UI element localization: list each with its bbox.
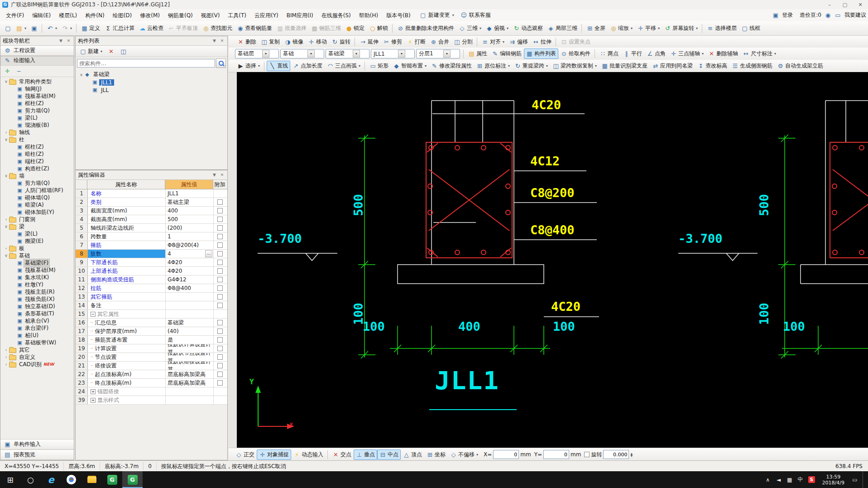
toolbar-item[interactable]: JLL1 ▾ ▾ bbox=[371, 49, 415, 58]
property-row[interactable]: 20 节点设置 按默认节点设置计算 ... bbox=[76, 353, 227, 362]
property-row[interactable]: 2 类别 基础主梁 ... bbox=[76, 198, 227, 207]
toolbar-button[interactable]: ◑ 镜像 ▾ bbox=[282, 37, 306, 47]
tree-item[interactable]: ▣ 人防门框墙(RF) bbox=[0, 187, 74, 194]
property-row[interactable]: 13 其它箍筋 ... bbox=[76, 293, 227, 301]
menu-extra-button[interactable]: ☺ 联系客服 ▾ bbox=[458, 11, 493, 19]
property-value[interactable]: 层底标高加梁高 ... bbox=[166, 379, 214, 387]
property-row[interactable]: 5 轴线距梁左边线距 (200) ... bbox=[76, 224, 227, 232]
toolbar-button[interactable]: ▾ bbox=[581, 24, 582, 33]
toolbar-button[interactable]: ↶ ▾ bbox=[44, 24, 59, 33]
tree-expander-icon[interactable]: ∨ bbox=[3, 79, 9, 84]
attach-checkbox[interactable] bbox=[217, 199, 223, 205]
login-button[interactable]: 登录 bbox=[782, 11, 793, 19]
tree-item[interactable]: ▣ 框柱(Z) bbox=[0, 100, 74, 107]
property-row[interactable]: 3 截面宽度(mm) 400 ... bbox=[76, 207, 227, 215]
tree-item[interactable]: ▣ 剪力墙(Q) bbox=[0, 107, 74, 114]
component-tree-item[interactable]: ∨ ◆ 基础梁 bbox=[76, 71, 227, 78]
snap-toggle-button[interactable]: ▾ bbox=[327, 450, 328, 459]
toolbar-button[interactable]: ◠ 三点画弧 ▾ bbox=[325, 61, 363, 71]
tree-item[interactable]: ▣ 端柱(Z) bbox=[0, 158, 74, 165]
tree-item[interactable]: › ▣ 门窗洞 bbox=[0, 216, 74, 223]
property-row[interactable]: 18 箍筋贯通布置 是 ... bbox=[76, 336, 227, 344]
tree-expander-icon[interactable]: › bbox=[3, 130, 9, 135]
tree-item[interactable]: ▣ 承台梁(F) bbox=[0, 324, 74, 332]
close-icon[interactable]: ✕ bbox=[219, 173, 225, 177]
toolbar-button[interactable]: ▾ bbox=[264, 61, 265, 71]
toolbar-button[interactable]: ⌐ 平齐板顶 ▾ bbox=[166, 23, 200, 34]
toolbar-item[interactable]: ▾ ⊙ 拾取构件 ▾ bbox=[558, 48, 593, 59]
menu-item[interactable]: 编辑(E) bbox=[28, 10, 55, 20]
tree-item[interactable]: ▣ 暗柱(Z) bbox=[0, 150, 74, 158]
attach-checkbox[interactable] bbox=[217, 346, 223, 351]
toolbar-button[interactable]: ✂ 修剪 ▾ bbox=[381, 37, 404, 47]
taskbar-app-button[interactable]: G bbox=[122, 471, 143, 488]
property-row[interactable]: 1 名称 JLL1 ... bbox=[76, 189, 227, 198]
toolbar-button[interactable]: ▶ 选择 ▾ bbox=[235, 61, 262, 71]
property-row[interactable]: 23 终点顶标高(m) 层底标高加梁高 ... bbox=[76, 379, 227, 387]
bell-icon[interactable]: ◉ bbox=[825, 12, 831, 18]
x-offset-input[interactable] bbox=[493, 450, 519, 459]
toolbar-button[interactable]: ◫ 分割 ▾ bbox=[451, 37, 475, 47]
toolbar-button[interactable]: ▾ bbox=[76, 24, 77, 33]
attach-checkbox[interactable] bbox=[217, 363, 223, 368]
tree-expander-icon[interactable]: ∨ bbox=[3, 224, 9, 229]
snap-toggle-button[interactable]: ✕ 交点 ▾ bbox=[330, 449, 354, 460]
property-row[interactable]: 10 上部通长筋 4Φ20 ... bbox=[76, 267, 227, 275]
toolbar-button[interactable]: ◎ 缩放 ▾ bbox=[608, 23, 635, 34]
toolbar-item[interactable]: ▾ ▦ 构件列表 ▾ bbox=[524, 48, 558, 59]
spinner-icons[interactable]: ▲▼ bbox=[630, 452, 633, 457]
toolbar-button[interactable]: ╲ 直线 ▾ bbox=[267, 61, 290, 71]
tree-item[interactable]: ▣ 轴网(J) bbox=[0, 85, 74, 92]
group-toggle-icon[interactable]: + bbox=[91, 389, 96, 394]
tree-item[interactable]: ▣ 构造柱(Z) bbox=[0, 165, 74, 172]
notification-icon[interactable]: ▭ bbox=[852, 477, 858, 483]
attach-checkbox[interactable] bbox=[217, 260, 223, 265]
toolbar-button[interactable]: ◈ 局部三维 ▾ bbox=[545, 23, 580, 34]
tree-item[interactable]: › ▣ 其它 bbox=[0, 346, 74, 353]
toolbar-button[interactable]: ↕ 查改标高 ▾ bbox=[695, 61, 729, 71]
toolbar-button[interactable]: ▾ bbox=[477, 37, 478, 47]
tree-item[interactable]: ∨ ▣ 基础 bbox=[0, 252, 74, 259]
taskbar-app-button[interactable]: ⊞ bbox=[0, 471, 20, 488]
toolbar-item[interactable]: ▾ ✕ 删除辅轴 ▾ bbox=[706, 48, 740, 59]
nav-bottom-button[interactable]: ▣ 单构件输入 bbox=[0, 439, 74, 449]
tree-expander-icon[interactable]: ∨ bbox=[3, 137, 9, 142]
property-row[interactable]: 19 计算设置 按默认计算设置计算 ... bbox=[76, 344, 227, 353]
tree-item[interactable]: ▣ 集水坑(K) bbox=[0, 274, 74, 281]
menu-item[interactable]: 工具(T) bbox=[224, 10, 250, 20]
attach-checkbox[interactable] bbox=[217, 372, 223, 377]
property-value[interactable]: (40) ... bbox=[166, 327, 214, 335]
property-value[interactable]: 4Φ20 ... bbox=[166, 258, 214, 266]
property-row[interactable]: 12 拉筋 Φ8@400 ... bbox=[76, 284, 227, 293]
toolbar-button[interactable]: ▾ bbox=[42, 24, 43, 33]
attach-checkbox[interactable] bbox=[217, 208, 223, 213]
tree-item[interactable]: ▣ 框柱(Z) bbox=[0, 143, 74, 150]
toolbar-button[interactable]: ▾ bbox=[556, 37, 556, 47]
property-row[interactable]: 14 备注 ... bbox=[76, 301, 227, 310]
toolbar-item[interactable]: ▾ ∠ 点角 ▾ bbox=[644, 48, 668, 59]
tree-item[interactable]: › ▣ 自定义 bbox=[0, 353, 74, 361]
attach-checkbox[interactable] bbox=[217, 380, 223, 386]
toolbar-button[interactable]: ↗ 点加长度 ▾ bbox=[290, 61, 325, 71]
tree-expander-icon[interactable]: ∨ bbox=[3, 174, 9, 178]
property-row[interactable]: 15 − 其它属性 ... bbox=[76, 310, 227, 319]
tree-item[interactable]: ▣ 基础梁(F) bbox=[0, 259, 74, 266]
attach-checkbox[interactable] bbox=[217, 320, 223, 325]
tree-expander-icon[interactable]: › bbox=[3, 348, 9, 352]
taskbar-app-button[interactable]: ● bbox=[61, 471, 82, 488]
component-tree-item[interactable]: ▣ JLL bbox=[76, 86, 227, 94]
combo-dropdown-icon[interactable]: ▾ bbox=[443, 50, 451, 58]
maximize-button[interactable]: ▢ bbox=[837, 0, 853, 9]
tree-item[interactable]: ∨ ▣ 柱 bbox=[0, 136, 74, 143]
menu-item[interactable]: 钢筋量(Q) bbox=[164, 10, 197, 20]
toolbar-item[interactable]: 基础 ▾ ▾ bbox=[280, 49, 324, 58]
toolbar-button[interactable]: ◉ 查看钢筋量 ▾ bbox=[235, 23, 274, 34]
collapse-all-icon[interactable]: − bbox=[15, 68, 22, 74]
tray-icon[interactable]: 中 bbox=[797, 476, 804, 483]
search-button[interactable] bbox=[216, 58, 226, 68]
tree-expander-icon[interactable]: ∨ bbox=[3, 253, 9, 258]
cad-drawing-area[interactable]: 4C204C12C8@200C8@4004C20-3.7005001001004… bbox=[237, 72, 868, 448]
tree-item[interactable]: ▣ 筏板基础(M) bbox=[0, 266, 74, 274]
toolbar-button[interactable]: ◇ 三维 ▾ bbox=[456, 23, 484, 34]
tree-expander-icon[interactable]: › bbox=[3, 355, 9, 359]
